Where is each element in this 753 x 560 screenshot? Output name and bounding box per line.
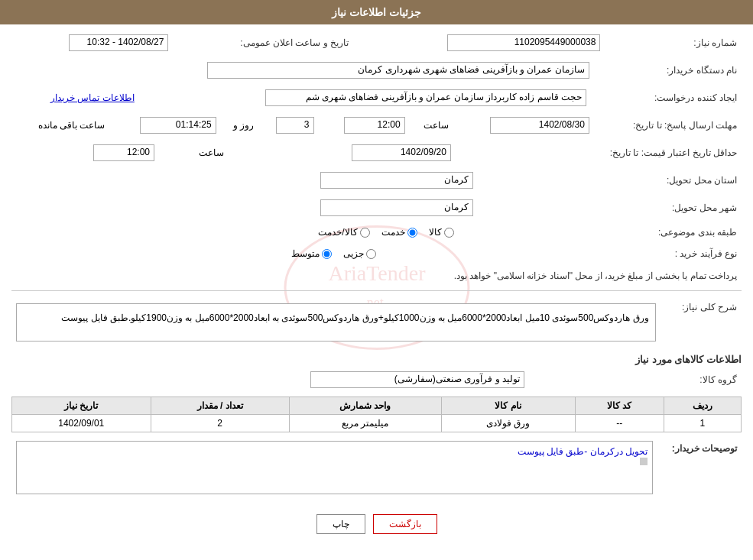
hadaq-saat-label: ساعت [159, 142, 228, 163]
tabaqe-label: طبقه بندی موضوعی: [459, 225, 742, 240]
mohlat-remaining-label: ساعت باقی مانده [11, 115, 109, 136]
page-title: جزئیات اطلاعات نیاز [332, 6, 421, 18]
tabaqe-option-kala-khedmat[interactable]: کالا/خدمت [318, 227, 369, 238]
kala-table: ردیف کد کالا نام کالا واحد شمارش تعداد /… [11, 397, 742, 432]
nam-dastgah-value: سازمان عمران و بازآفرینی فضاهای شهری شهر… [11, 60, 594, 81]
col-tarikh: تاریخ نیاز [12, 397, 151, 415]
table-row: 1--ورق فولادیمیلیمتر مربع21402/09/01 [12, 415, 742, 432]
col-tedad: تعداد / مقدار [151, 397, 289, 415]
group-value: تولید و فرآوری صنعتی(سفارشی) [11, 369, 529, 390]
print-button[interactable]: چاپ [316, 514, 365, 534]
mohlat-date-value: 1402/08/30 [453, 115, 594, 136]
sharh-content: ورق هاردوکس500سوئدی 10میل ابعاد2000*6000… [16, 303, 656, 342]
shomara-niaz-value: 1102095449000038 [364, 32, 605, 53]
mohlat-saat-label: ساعت [410, 115, 453, 136]
hadaq-label: حداقل تاریخ اعتبار قیمت: تا تاریخ: [456, 142, 742, 163]
kala-info-title: اطلاعات کالاهای مورد نیاز [11, 354, 742, 365]
buyer-notes-label: توصیحات خریدار: [657, 439, 742, 497]
group-label: گروه کالا: [529, 369, 742, 390]
ostan-label: استان محل تحویل: [478, 170, 742, 191]
shahr-value: کرمان [11, 197, 478, 218]
tabaqe-option-khedmat[interactable]: خدمت [381, 227, 417, 238]
ostan-value: کرمان [11, 170, 478, 191]
hadaq-date-value: 1402/09/20 [228, 142, 456, 163]
contact-link[interactable]: اطلاعات تماس خریدار [50, 92, 135, 103]
nooe-option-motavasset[interactable]: متوسط [291, 248, 332, 259]
ijad-konande-value: حجت قاسم زاده کاربرداز سازمان عمران و با… [142, 87, 591, 108]
col-nam-kala: نام کالا [441, 397, 575, 415]
mohlat-day-label: روز و [221, 115, 258, 136]
resize-handle[interactable] [640, 458, 648, 465]
sharh-label: شرح کلی نیاز: [660, 297, 742, 348]
tabaqe-radio-group: کالا خدمت کالا/خدمت [16, 227, 454, 238]
tarikh-saat-value: 1402/08/27 - 10:32 [11, 32, 173, 53]
action-buttons: بازگشت چاپ [11, 503, 742, 545]
nooe-option-jozi[interactable]: جزیی [343, 248, 376, 259]
purchase-note: پرداخت تمام یا بخشی از مبلغ خرید، از محل… [11, 267, 742, 284]
shomara-niaz-label: شماره نیاز: [605, 32, 742, 53]
tabaqe-option-kala[interactable]: کالا [429, 227, 454, 238]
mohlat-countdown-value: 01:14:25 [109, 115, 220, 136]
tarikh-saat-label: تاریخ و ساعت اعلان عمومی: [173, 32, 364, 53]
back-button[interactable]: بازگشت [373, 514, 437, 534]
shahr-label: شهر محل تحویل: [478, 197, 742, 218]
page-header: جزئیات اطلاعات نیاز [0, 0, 753, 24]
mohlat-time-value: 12:00 [318, 115, 410, 136]
ijad-konande-label: ایجاد کننده درخواست: [591, 87, 742, 108]
nooe-radio-group: جزیی متوسط [16, 248, 376, 259]
mohlat-label: مهلت ارسال پاسخ: تا تاریخ: [594, 115, 742, 136]
col-kod-kala: کد کالا [575, 397, 664, 415]
hadaq-time-value: 12:00 [11, 142, 159, 163]
mohlat-days-value: 3 [258, 115, 317, 136]
col-vahed: واحد شمارش [289, 397, 441, 415]
nooe-farayand-label: نوع فرآیند خرید : [381, 246, 742, 261]
col-radif: ردیف [664, 397, 741, 415]
nam-dastgah-label: نام دستگاه خریدار: [594, 60, 742, 81]
buyer-notes-content: تحویل درکرمان -طبق فایل پیوست [16, 441, 653, 494]
